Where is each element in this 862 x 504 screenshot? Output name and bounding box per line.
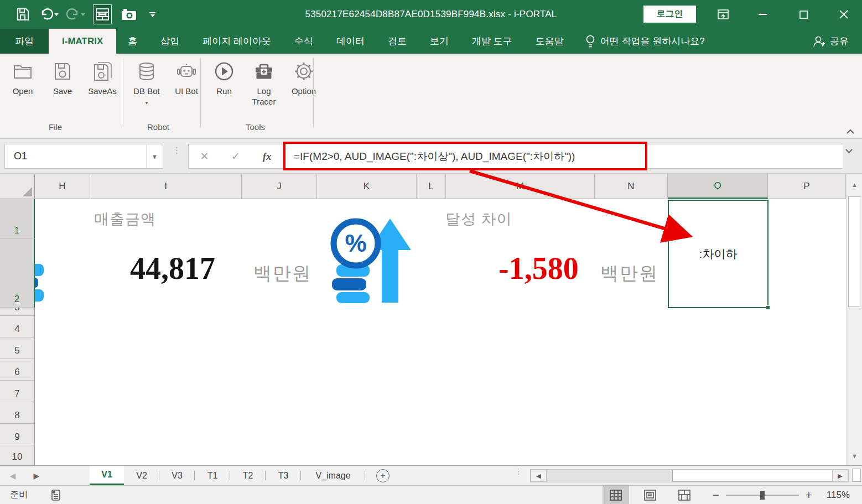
sheet-tab-v3[interactable]: V3	[159, 466, 195, 485]
run-button[interactable]: Run	[206, 61, 242, 96]
sheet-nav-next-icon[interactable]: ▶	[25, 466, 48, 485]
tab-page-layout[interactable]: 페이지 레이아웃	[191, 29, 283, 54]
save-button[interactable]: Save	[44, 61, 81, 96]
sheet-canvas[interactable]: 매출금액 44,817 백만원 % 달성 차이 -1,580 백만원 :차이하	[35, 199, 846, 465]
horizontal-scrollbar[interactable]: ◀ ▶	[530, 469, 849, 482]
svg-text:%: %	[345, 230, 366, 257]
column-header-p[interactable]: P	[768, 174, 846, 199]
name-box-dropdown-icon[interactable]: ▼	[146, 144, 163, 168]
row-header-6[interactable]: 6	[0, 359, 35, 381]
open-button[interactable]: Open	[4, 61, 41, 96]
db-bot-button[interactable]: DB Bot ▾	[128, 61, 165, 108]
tab-file[interactable]: 파일	[0, 29, 49, 54]
tab-review[interactable]: 검토	[376, 29, 418, 54]
tab-help[interactable]: 도움말	[524, 29, 575, 54]
zoom-out-icon[interactable]: −	[712, 489, 719, 502]
enter-icon[interactable]: ✓	[231, 150, 240, 163]
sheet-tab-v1[interactable]: V1	[90, 466, 124, 485]
row-header-10[interactable]: 10	[0, 445, 35, 465]
toolbox-icon	[253, 61, 274, 81]
save-quick-button[interactable]	[13, 4, 32, 24]
column-header-j[interactable]: J	[242, 174, 317, 199]
column-header-i[interactable]: I	[90, 174, 242, 199]
new-sheet-button[interactable]: +	[365, 466, 401, 485]
minimize-button[interactable]	[750, 0, 776, 29]
cancel-icon[interactable]: ✕	[200, 150, 209, 163]
insert-function-icon[interactable]: fx	[263, 150, 272, 163]
column-header-n[interactable]: N	[595, 174, 668, 199]
zoom-slider-thumb[interactable]	[760, 491, 765, 500]
row-header-7[interactable]: 7	[0, 381, 35, 402]
scroll-down-icon[interactable]: ▼	[848, 449, 861, 463]
dropdown-arrow-icon: ▾	[145, 100, 148, 106]
tab-home[interactable]: 홈	[116, 29, 149, 54]
row-header-8[interactable]: 8	[0, 402, 35, 424]
table-format-button[interactable]	[93, 4, 112, 24]
undo-dropdown-icon[interactable]	[54, 13, 59, 16]
sheet-tab-t2[interactable]: T2	[230, 466, 266, 485]
sales-amount-value: 44,817	[130, 251, 215, 286]
tab-formulas[interactable]: 수식	[283, 29, 325, 54]
select-all-corner[interactable]	[0, 174, 35, 199]
zoom-in-icon[interactable]: +	[806, 489, 812, 502]
page-break-view-button[interactable]	[671, 486, 698, 504]
sheet-tab-t3[interactable]: T3	[266, 466, 301, 485]
row-header-2[interactable]: 2	[0, 239, 35, 308]
collapse-ribbon-icon[interactable]	[847, 129, 854, 134]
undo-button[interactable]	[40, 4, 59, 24]
tab-developer[interactable]: 개발 도구	[460, 29, 524, 54]
row-header-1[interactable]: 1	[0, 199, 35, 239]
scrollbar-corner	[852, 469, 861, 482]
tab-view[interactable]: 보기	[418, 29, 460, 54]
formula-bar-splitter[interactable]: ⋮	[173, 148, 181, 153]
login-button[interactable]: 로그인	[643, 6, 696, 23]
ribbon-display-options-button[interactable]	[710, 0, 736, 29]
ui-bot-button[interactable]: UI Bot	[168, 61, 205, 96]
vertical-scrollbar[interactable]: ▲ ▼	[846, 174, 862, 465]
close-button[interactable]	[831, 0, 856, 29]
maximize-button[interactable]	[791, 0, 816, 29]
tell-me-search[interactable]: 어떤 작업을 원하시나요?	[575, 29, 715, 54]
scroll-right-icon[interactable]: ▶	[832, 470, 848, 482]
tab-data[interactable]: 데이터	[325, 29, 376, 54]
macro-record-icon[interactable]	[50, 489, 62, 501]
row-header-3[interactable]: 3	[0, 308, 35, 316]
formula-bar-expand-icon[interactable]	[845, 149, 853, 153]
normal-view-button[interactable]	[603, 486, 629, 504]
sheet-tab-v2[interactable]: V2	[124, 466, 159, 485]
tab-insert[interactable]: 삽입	[149, 29, 191, 54]
sheet-nav-prev-icon[interactable]: ◀	[0, 466, 25, 485]
customize-qat-button[interactable]	[149, 12, 155, 17]
column-header-k[interactable]: K	[317, 174, 417, 199]
tell-me-label: 어떤 작업을 원하시나요?	[600, 35, 705, 48]
sheet-tab-bar: ◀ ▶ V1 V2 V3 T1 T2 T3 V_image + ⋮ ◀ ▶	[0, 465, 862, 485]
tab-i-matrix[interactable]: i-MATRIX	[49, 29, 116, 54]
zoom-slider[interactable]	[726, 495, 799, 496]
horizontal-scroll-thumb[interactable]	[672, 470, 833, 482]
row-header-5[interactable]: 5	[0, 337, 35, 359]
option-button[interactable]: Option	[285, 61, 322, 96]
name-box[interactable]: O1 ▼	[4, 144, 163, 169]
sales-amount-unit: 백만원	[253, 261, 311, 286]
sheet-tab-t1[interactable]: T1	[195, 466, 230, 485]
column-header-l[interactable]: L	[417, 174, 446, 199]
fill-handle[interactable]	[766, 305, 770, 310]
page-layout-view-button[interactable]	[637, 486, 663, 504]
sheet-tab-v-image[interactable]: V_image	[301, 466, 365, 485]
row-header-4[interactable]: 4	[0, 316, 35, 337]
column-header-o-selected[interactable]: O	[668, 174, 768, 199]
share-button[interactable]: 공유	[799, 29, 862, 54]
scroll-up-icon[interactable]: ▲	[848, 178, 861, 192]
status-bar: 준비 − + 115%	[0, 485, 862, 504]
tab-scroll-splitter[interactable]: ⋮	[515, 469, 522, 474]
row-header-9[interactable]: 9	[0, 424, 35, 445]
save-as-button[interactable]: SaveAs	[84, 61, 121, 96]
camera-button[interactable]	[120, 4, 138, 24]
column-header-m[interactable]: M	[446, 174, 595, 199]
column-header-h[interactable]: H	[35, 174, 90, 199]
selected-cell-o1[interactable]: :차이하	[668, 200, 768, 308]
log-tracer-button[interactable]: Log Tracer	[246, 61, 282, 107]
scroll-left-icon[interactable]: ◀	[531, 470, 547, 482]
vertical-scroll-thumb[interactable]	[848, 196, 860, 307]
zoom-level[interactable]: 115%	[823, 490, 850, 501]
